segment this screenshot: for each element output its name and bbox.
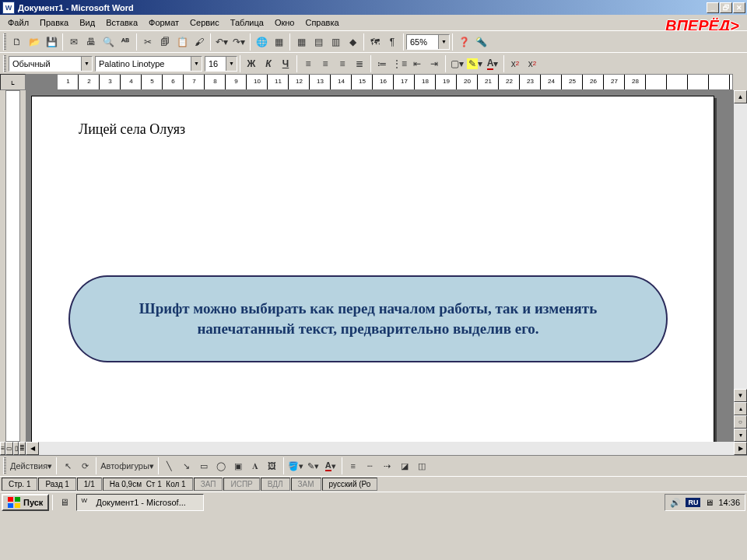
toolbar-grip[interactable]	[3, 33, 6, 51]
menu-tools[interactable]: Сервис	[185, 16, 224, 29]
zoom-combo[interactable]: 65%▼	[406, 34, 450, 50]
show-marks-icon[interactable]: ¶	[384, 33, 401, 51]
status-language[interactable]: русский (Ро	[322, 478, 378, 491]
web-view-icon[interactable]: ▭	[5, 442, 13, 455]
browse-object-icon[interactable]: ○	[734, 415, 747, 429]
find-icon[interactable]: 🔦	[472, 33, 489, 51]
line-color-icon[interactable]: ✎▾	[305, 457, 322, 474]
next-page-icon[interactable]: ▾	[734, 429, 747, 442]
volume-icon[interactable]: 🔊	[670, 498, 681, 508]
status-trk[interactable]: ИСПР	[223, 478, 259, 491]
increase-indent-icon[interactable]: ⇥	[426, 55, 443, 72]
align-right-icon[interactable]: ≡	[334, 55, 351, 72]
outline-view-icon[interactable]: ≣	[19, 442, 26, 455]
help-icon[interactable]: ❓	[455, 33, 472, 51]
vertical-scrollbar[interactable]: ▲ ▼ ▴ ○ ▾	[733, 90, 747, 442]
minimize-button[interactable]: _	[707, 2, 719, 13]
scroll-left-icon[interactable]: ◀	[26, 442, 39, 455]
spellcheck-icon[interactable]: ᴬᴮ	[117, 33, 134, 51]
align-justify-icon[interactable]: ≣	[351, 55, 368, 72]
menu-window[interactable]: Окно	[270, 16, 300, 29]
page[interactable]: Лицей села Олуяз	[31, 96, 714, 442]
mail-icon[interactable]: ✉	[65, 33, 82, 51]
scroll-right-icon[interactable]: ▶	[734, 442, 747, 455]
tables-borders-icon[interactable]: ▦	[270, 33, 287, 51]
paste-icon[interactable]: 📋	[174, 33, 191, 51]
scroll-down-icon[interactable]: ▼	[734, 389, 747, 402]
numbered-list-icon[interactable]: ≔	[374, 55, 391, 72]
highlight-icon[interactable]: ✎▾	[465, 55, 484, 72]
prev-page-icon[interactable]: ▴	[734, 402, 747, 415]
style-combo[interactable]: Обычный▼	[9, 56, 93, 72]
print-view-icon[interactable]: ▯	[13, 442, 19, 455]
arrow-style-icon[interactable]: ⇢	[379, 457, 396, 474]
doc-map-icon[interactable]: 🗺	[366, 33, 384, 51]
chevron-down-icon[interactable]: ▼	[191, 57, 202, 71]
toolbar-grip[interactable]	[3, 457, 6, 474]
copy-icon[interactable]: 🗐	[156, 33, 174, 51]
status-rec[interactable]: ЗАП	[194, 478, 223, 491]
menu-help[interactable]: Справка	[300, 16, 343, 29]
tray-icon[interactable]: 🖥	[705, 498, 714, 507]
hscroll-track[interactable]	[39, 442, 734, 455]
chevron-down-icon[interactable]: ▼	[438, 35, 449, 49]
arrow-icon[interactable]: ↘	[178, 457, 195, 474]
print-icon[interactable]: 🖶	[82, 33, 100, 51]
toolbar-grip[interactable]	[3, 55, 6, 72]
align-left-icon[interactable]: ≡	[300, 55, 317, 72]
oval-icon[interactable]: ◯	[212, 457, 230, 474]
scroll-up-icon[interactable]: ▲	[734, 90, 747, 103]
horizontal-scrollbar[interactable]: ◀ ▶	[26, 442, 747, 455]
restore-button[interactable]: 🗗	[720, 2, 732, 13]
rotate-icon[interactable]: ⟳	[76, 457, 93, 474]
align-center-icon[interactable]: ≡	[317, 55, 334, 72]
scroll-track[interactable]	[734, 103, 747, 389]
line-style-icon[interactable]: ≡	[345, 457, 362, 474]
document-text-line[interactable]: Лицей села Олуяз	[79, 121, 185, 138]
wordart-icon[interactable]: 𝐀	[247, 457, 264, 474]
borders-icon[interactable]: ▢▾	[448, 55, 465, 72]
system-tray[interactable]: 🔊 RU 🖥 14:36	[665, 494, 745, 511]
normal-view-icon[interactable]: ≡	[0, 442, 5, 455]
input-lang-indicator[interactable]: RU	[686, 498, 700, 507]
menu-edit[interactable]: Правка	[35, 16, 73, 29]
tab-selector[interactable]: ʟ	[0, 74, 26, 90]
menu-insert[interactable]: Вставка	[101, 16, 142, 29]
3d-icon[interactable]: ◫	[413, 457, 430, 474]
autoshapes-menu[interactable]: Автофигуры ▾	[99, 457, 156, 474]
undo-icon[interactable]: ↶▾	[213, 33, 230, 51]
open-icon[interactable]: 📂	[26, 33, 43, 51]
superscript-button[interactable]: x2	[507, 55, 524, 72]
fill-color-icon[interactable]: 🪣▾	[286, 457, 305, 474]
font-combo[interactable]: Palatino Linotype▼	[95, 56, 202, 72]
clipart-icon[interactable]: 🖼	[264, 457, 281, 474]
document-viewport[interactable]: Лицей села Олуяз	[26, 90, 733, 442]
status-ovr[interactable]: ЗАМ	[291, 478, 321, 491]
clock[interactable]: 14:36	[718, 498, 740, 507]
font-size-combo[interactable]: 16▼	[205, 56, 237, 72]
status-ext[interactable]: ВДЛ	[261, 478, 290, 491]
menu-format[interactable]: Формат	[144, 16, 184, 29]
italic-button[interactable]: К	[260, 55, 277, 72]
vertical-ruler[interactable]	[0, 90, 26, 442]
actions-menu[interactable]: Действия ▾	[9, 457, 54, 474]
redo-icon[interactable]: ↷▾	[230, 33, 247, 51]
select-objects-icon[interactable]: ↖	[59, 457, 76, 474]
chevron-down-icon[interactable]: ▼	[81, 57, 92, 71]
menu-view[interactable]: Вид	[75, 16, 100, 29]
textbox-icon[interactable]: ▣	[230, 457, 247, 474]
horizontal-ruler[interactable]: 1234567891011121314151617181920212223242…	[26, 74, 733, 90]
insert-table-icon[interactable]: ▦	[293, 33, 310, 51]
start-button[interactable]: Пуск	[2, 494, 49, 511]
cut-icon[interactable]: ✂	[139, 33, 156, 51]
shadow-icon[interactable]: ◪	[396, 457, 413, 474]
save-icon[interactable]: 💾	[43, 33, 60, 51]
chevron-down-icon[interactable]: ▼	[226, 57, 237, 71]
rectangle-icon[interactable]: ▭	[195, 457, 212, 474]
menu-file[interactable]: Файл	[3, 16, 33, 29]
hyperlink-icon[interactable]: 🌐	[253, 33, 270, 51]
decrease-indent-icon[interactable]: ⇤	[409, 55, 426, 72]
format-painter-icon[interactable]: 🖌	[191, 33, 208, 51]
quicklaunch-icon[interactable]: 🖥	[56, 494, 73, 511]
print-preview-icon[interactable]: 🔍	[100, 33, 117, 51]
